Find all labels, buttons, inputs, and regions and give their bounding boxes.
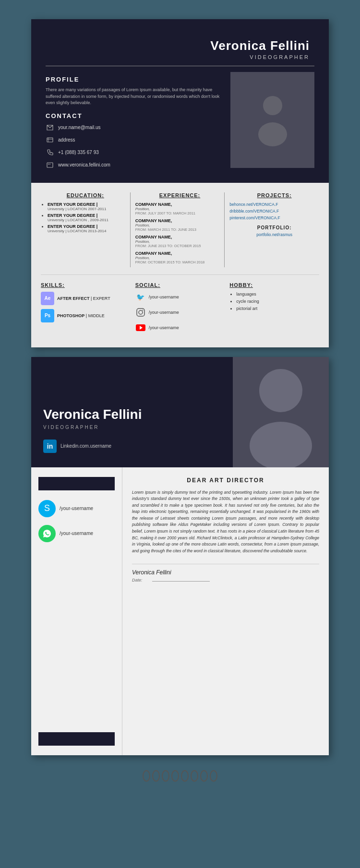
skype-item: S /your-username — [38, 500, 115, 517]
phone-icon — [46, 148, 54, 157]
instagram-handle: /your-username — [149, 310, 179, 315]
spiral-3 — [162, 770, 169, 782]
website-text: www.veronica.fellini.com — [58, 162, 110, 167]
whatsapp-handle: /your-username — [60, 531, 93, 536]
skype-icon: S — [38, 500, 56, 517]
edu-item-2: ENTER YOUR DEGREE | University | LOCATIO… — [48, 213, 130, 222]
hobby-item-3: pictorial art — [236, 306, 319, 311]
instagram-icon — [135, 307, 146, 318]
svg-point-4 — [48, 164, 49, 165]
applicant-title: VIDEOGRAPHER — [46, 54, 310, 60]
svg-point-6 — [263, 96, 282, 115]
website-icon — [46, 161, 54, 169]
cover-letter-text: Lorem Ipsum is simply dummy text of the … — [132, 489, 319, 555]
social-column: SOCIAL: 🐦 /your-username /your-username — [135, 282, 225, 338]
youtube-item: /your-username — [135, 322, 225, 333]
profile-text: There are many variations of passages of… — [46, 87, 221, 107]
proj-link-3[interactable]: pinterest.com/VERONICA.F — [229, 215, 319, 220]
header-body: PROFILE There are many variations of pas… — [46, 72, 314, 173]
edu-item-1: ENTER YOUR DEGREE | University | LOCATIO… — [48, 202, 130, 211]
exp-date-1: FROM: JULY 2007 TO: MARCH 2011 — [135, 211, 225, 215]
header-section: Veronica Fellini VIDEOGRAPHER PROFILE Th… — [31, 19, 329, 183]
spiral-5 — [181, 770, 189, 782]
spiral-1 — [143, 770, 150, 782]
signature-name: Veronica Fellini — [132, 569, 319, 576]
notebook-decoration — [132, 767, 228, 782]
skill-ae: Ae AFTER EFFECT | EXPERT — [41, 292, 131, 305]
black-bar-top — [38, 477, 115, 490]
website-item: www.veronica.fellini.com — [46, 161, 221, 169]
email-item: your.name@mail.us — [46, 123, 221, 132]
applicant-name: Veronica Fellini — [46, 38, 310, 53]
edu-sub-1: University | LOCATION 2007-2011 — [48, 207, 130, 211]
email-text: your.name@mail.us — [58, 125, 101, 130]
signature-date: Date: — [132, 578, 143, 583]
spiral-4 — [171, 770, 179, 782]
header-divider — [46, 66, 314, 66]
portfolio-label: PORTFOLIO: — [229, 225, 319, 230]
cover-name: Veronica Fellini — [43, 406, 221, 423]
cover-body: S /your-username /your-username DEAR ART… — [31, 467, 329, 755]
signature-section: Veronica Fellini Date: — [132, 564, 319, 583]
header-left-panel: PROFILE There are many variations of pas… — [46, 72, 221, 173]
resume-card-1: Veronica Fellini VIDEOGRAPHER PROFILE Th… — [31, 19, 329, 347]
youtube-handle: /your-username — [149, 325, 179, 330]
address-text: address — [58, 137, 75, 143]
whatsapp-icon — [38, 525, 56, 542]
spiral-8 — [210, 770, 217, 782]
cover-title: VIDEOGRAPHER — [43, 425, 221, 430]
cover-photo — [233, 357, 329, 467]
skills-title: SKILLS: — [41, 282, 131, 288]
exp-item-3: COMPANY NAME, Position, FROM: JUNE 2013 … — [135, 235, 225, 248]
svg-rect-8 — [137, 309, 144, 316]
proj-link-2[interactable]: dribbble.com/VERONICA.F — [229, 209, 319, 214]
exp-company-4: COMPANY NAME, — [135, 251, 225, 256]
social-title: SOCIAL: — [135, 282, 225, 288]
black-bar-bottom — [38, 732, 115, 746]
cover-left: Veronica Fellini VIDEOGRAPHER in Linkedi… — [31, 357, 233, 467]
header-right-panel — [230, 72, 314, 173]
portfolio-link[interactable]: portfolio.net/rasmus — [229, 232, 319, 237]
dear-title: DEAR ART DIRECTOR — [132, 477, 319, 484]
twitter-handle: /your-username — [149, 295, 179, 299]
exp-item-2: COMPANY NAME, Position, FROM: MARCH 2011… — [135, 218, 225, 232]
exp-company-1: COMPANY NAME, — [135, 202, 225, 207]
spiral-6 — [191, 770, 198, 782]
linkedin-section: in Linkedin.com.username — [43, 440, 221, 453]
education-column: EDUCATION: ENTER YOUR DEGREE | Universit… — [41, 192, 131, 267]
exp-item-1: COMPANY NAME, Position, FROM: JULY 2007 … — [135, 202, 225, 215]
exp-pos-2: Position, — [135, 223, 225, 227]
svg-point-14 — [250, 422, 312, 467]
svg-rect-3 — [47, 163, 53, 167]
address-icon — [46, 136, 54, 144]
svg-rect-0 — [47, 138, 53, 142]
main-three-col: EDUCATION: ENTER YOUR DEGREE | Universit… — [41, 192, 319, 275]
contact-label: CONTACT — [46, 112, 221, 119]
resume-card-2: Veronica Fellini VIDEOGRAPHER in Linkedi… — [31, 357, 329, 755]
cover-right — [233, 357, 329, 467]
spiral-7 — [200, 770, 208, 782]
contact-section: CONTACT your.name@mail.us — [46, 112, 221, 169]
svg-point-7 — [258, 122, 287, 146]
hobby-item-2: cycle racing — [236, 299, 319, 304]
email-icon — [46, 123, 54, 132]
exp-company-3: COMPANY NAME, — [135, 235, 225, 239]
hobby-list: languages cycle racing pictorial art — [229, 292, 319, 311]
hobby-item-1: languages — [236, 292, 319, 297]
exp-item-4: COMPANY NAME, Position, FROM: OCTOBER 20… — [135, 251, 225, 264]
twitter-icon: 🐦 — [135, 292, 146, 302]
proj-link-1[interactable]: behonce.net/VERONICA.F — [229, 202, 319, 207]
projects-column: PROJECTS: behonce.net/VERONICA.F dribbbl… — [229, 192, 319, 267]
svg-point-9 — [139, 310, 143, 314]
svg-point-5 — [49, 164, 50, 165]
edu-sub-2: University | LOCATION , 2009-2011 — [48, 218, 130, 222]
youtube-icon — [135, 322, 146, 333]
cover-body-right: DEAR ART DIRECTOR Lorem Ipsum is simply … — [122, 467, 329, 755]
address-item: address — [46, 136, 221, 144]
spiral-2 — [152, 770, 160, 782]
ps-skill-text: PHOTOSHOP | MIDDLE — [57, 313, 105, 318]
phone-item: +1 (088) 335 67 93 — [46, 148, 221, 157]
name-block: Veronica Fellini VIDEOGRAPHER — [46, 34, 314, 60]
experience-column: EXPERIENCE: COMPANY NAME, Position, FROM… — [135, 192, 225, 267]
twitter-item: 🐦 /your-username — [135, 292, 225, 302]
